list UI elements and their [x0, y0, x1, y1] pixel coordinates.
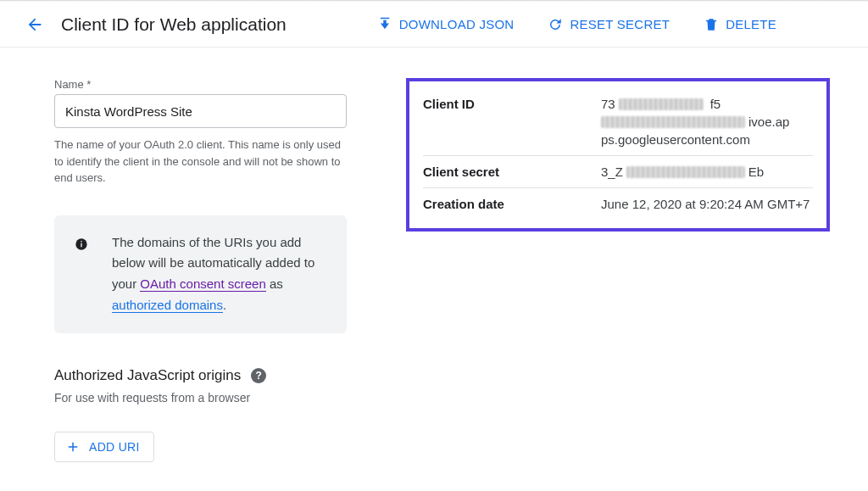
svg-rect-2 — [81, 241, 81, 242]
help-icon[interactable]: ? — [251, 368, 266, 383]
credentials-panel: Client ID 73 f5ivoe.ap ps.googleusercont… — [406, 78, 830, 232]
js-origins-heading: Authorized JavaScript origins ? — [54, 367, 347, 384]
client-id-value: 73 f5ivoe.ap ps.googleusercontent.com — [601, 97, 813, 147]
redacted-bar — [626, 166, 745, 178]
download-label: DOWNLOAD JSON — [399, 17, 515, 31]
refresh-icon — [548, 17, 563, 32]
reset-secret-button[interactable]: RESET SECRET — [548, 17, 670, 32]
svg-rect-1 — [81, 243, 81, 247]
page-title: Client ID for Web application — [61, 14, 287, 35]
back-button[interactable] — [22, 12, 47, 37]
client-id-l2-prefix: f5 — [710, 97, 721, 111]
download-icon — [377, 17, 392, 32]
client-secret-suffix: Eb — [748, 165, 764, 179]
delete-label: DELETE — [726, 17, 776, 31]
creation-date-label: Creation date — [423, 197, 601, 211]
add-uri-button[interactable]: ADD URI — [54, 432, 154, 462]
js-origins-sub: For use with requests from a browser — [54, 391, 347, 405]
info-text: The domains of the URIs you add below wi… — [112, 232, 326, 316]
header-actions: DOWNLOAD JSON RESET SECRET DELETE — [377, 17, 853, 32]
client-secret-label: Client secret — [423, 165, 601, 179]
content: Name * The name of your OAuth 2.0 client… — [0, 47, 868, 462]
oauth-consent-link[interactable]: OAuth consent screen — [140, 276, 265, 292]
reset-label: RESET SECRET — [570, 17, 670, 31]
right-column: Client ID 73 f5ivoe.ap ps.googleusercont… — [406, 78, 830, 462]
client-id-row: Client ID 73 f5ivoe.ap ps.googleusercont… — [423, 88, 813, 156]
authorized-domains-link[interactable]: authorized domains — [112, 298, 223, 313]
plus-icon — [65, 439, 81, 455]
name-input[interactable] — [54, 94, 347, 128]
info-middle: as — [266, 276, 283, 291]
redacted-bar — [619, 98, 704, 110]
page-header: Client ID for Web application DOWNLOAD J… — [0, 2, 868, 47]
info-icon — [75, 237, 88, 251]
creation-date-row: Creation date June 12, 2020 at 9:20:24 A… — [423, 188, 813, 220]
client-id-prefix: 73 — [601, 97, 615, 111]
add-uri-label: ADD URI — [89, 440, 140, 454]
delete-button[interactable]: DELETE — [704, 17, 776, 32]
client-secret-row: Client secret 3_ZEb — [423, 156, 813, 188]
creation-date-value: June 12, 2020 at 9:20:24 AM GMT+7 — [601, 197, 810, 211]
download-json-button[interactable]: DOWNLOAD JSON — [377, 17, 515, 32]
client-id-l3: ps.googleusercontent.com — [601, 132, 750, 147]
name-label: Name * — [54, 78, 347, 91]
info-box: The domains of the URIs you add below wi… — [54, 215, 347, 333]
client-id-label: Client ID — [423, 97, 601, 147]
arrow-left-icon — [25, 15, 44, 34]
client-secret-value: 3_ZEb — [601, 165, 764, 179]
js-origins-title: Authorized JavaScript origins — [54, 367, 241, 384]
info-icon-wrap — [75, 232, 88, 316]
name-helper: The name of your OAuth 2.0 client. This … — [54, 137, 347, 187]
trash-icon — [704, 17, 719, 32]
redacted-bar — [601, 116, 745, 128]
info-suffix: . — [223, 298, 226, 312]
client-id-l2-suffix: ivoe.ap — [748, 114, 789, 129]
client-secret-prefix: 3_Z — [601, 165, 623, 179]
left-column: Name * The name of your OAuth 2.0 client… — [54, 78, 347, 462]
